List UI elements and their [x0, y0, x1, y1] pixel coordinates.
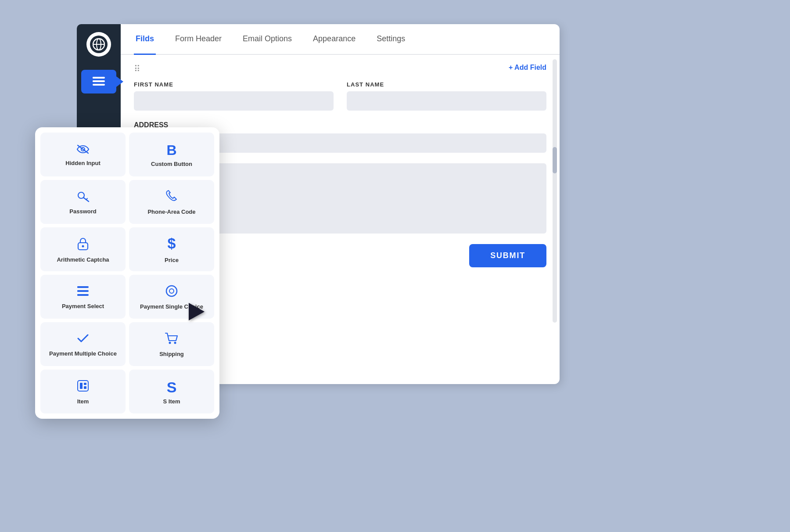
picker-label-phone-area-code: Phone-Area Code	[147, 208, 195, 216]
field-picker: Hidden Input B Custom Button Password Ph…	[35, 127, 219, 419]
picker-label-shipping: Shipping	[159, 351, 184, 358]
picker-label-password: Password	[69, 208, 96, 216]
svg-line-12	[86, 198, 87, 200]
picker-label-hidden-input: Hidden Input	[65, 160, 100, 167]
picker-item-phone-area-code[interactable]: Phone-Area Code	[129, 180, 214, 224]
picker-item-password[interactable]: Password	[40, 180, 126, 224]
name-row: FIRST NAME LAST NAME	[134, 81, 546, 111]
check-icon	[76, 332, 90, 347]
picker-label-payment-select: Payment Select	[62, 303, 104, 310]
bold-b-icon: B	[166, 143, 176, 157]
phone-icon	[165, 190, 178, 205]
picker-label-payment-multiple-choice: Payment Multiple Choice	[49, 350, 117, 358]
last-name-input[interactable]	[347, 91, 546, 111]
picker-item-s-item[interactable]: S S Item	[129, 370, 214, 413]
svg-rect-27	[80, 383, 83, 389]
scrollbar-thumb[interactable]	[553, 147, 557, 173]
scrollbar-track[interactable]	[553, 59, 557, 323]
cart-icon	[165, 332, 179, 347]
tab-email-options[interactable]: Email Options	[241, 24, 294, 55]
first-name-input[interactable]	[134, 91, 334, 111]
svg-point-25	[174, 342, 176, 344]
first-name-field: FIRST NAME	[134, 81, 334, 111]
eye-slash-icon	[76, 144, 90, 156]
svg-rect-5	[93, 84, 105, 86]
mouse-cursor	[189, 303, 205, 320]
svg-point-14	[82, 245, 84, 248]
svg-rect-21	[77, 294, 82, 296]
svg-rect-28	[84, 383, 86, 385]
lock-icon	[77, 237, 89, 253]
svg-rect-26	[78, 381, 88, 391]
key-icon	[76, 190, 90, 205]
picker-item-tag[interactable]: Item	[40, 370, 126, 413]
tab-appearance[interactable]: Appearance	[311, 24, 357, 55]
svg-rect-29	[84, 386, 86, 389]
picker-item-hidden-input[interactable]: Hidden Input	[40, 133, 126, 176]
tabs-bar: Filds Form Header Email Options Appearan…	[121, 24, 560, 55]
svg-rect-6	[93, 77, 98, 79]
circle-icon	[165, 284, 178, 300]
drag-handle[interactable]: ⠿	[134, 64, 546, 74]
submit-button[interactable]: SUBMIT	[469, 244, 546, 267]
s-letter-icon: S	[167, 380, 177, 395]
picker-label-arithmetic-captcha: Arithmetic Captcha	[57, 256, 109, 264]
svg-point-23	[169, 289, 174, 293]
picker-label-tag: Item	[77, 398, 89, 406]
tab-settings[interactable]: Settings	[375, 24, 407, 55]
picker-item-arithmetic-captcha[interactable]: Arithmetic Captcha	[40, 227, 126, 271]
picker-item-payment-multiple-choice[interactable]: Payment Multiple Choice	[40, 322, 126, 366]
dollar-icon: $	[166, 236, 177, 253]
svg-point-22	[166, 286, 177, 296]
picker-label-s-item: S Item	[163, 398, 180, 406]
svg-text:$: $	[168, 236, 176, 251]
picker-label-price: Price	[165, 257, 179, 264]
tag-icon	[76, 379, 90, 395]
sidebar-item-posts[interactable]	[81, 70, 116, 93]
picker-item-custom-button[interactable]: B Custom Button	[129, 133, 214, 176]
picker-label-custom-button: Custom Button	[151, 161, 192, 168]
last-name-label: LAST NAME	[347, 81, 546, 88]
picker-item-shipping[interactable]: Shipping	[129, 322, 214, 366]
last-name-field: LAST NAME	[347, 81, 546, 111]
tab-form-header[interactable]: Form Header	[173, 24, 223, 55]
wp-logo	[86, 32, 111, 57]
svg-point-24	[169, 342, 171, 344]
svg-rect-7	[93, 80, 98, 82]
picker-item-payment-select[interactable]: Payment Select	[40, 275, 126, 319]
tab-filds[interactable]: Filds	[134, 24, 156, 55]
list-icon	[76, 285, 90, 299]
svg-rect-20	[77, 290, 82, 292]
svg-rect-19	[77, 286, 82, 288]
add-field-button[interactable]: + Add Field	[509, 64, 546, 72]
first-name-label: FIRST NAME	[134, 81, 334, 88]
wp-logo-icon	[90, 36, 108, 53]
picker-item-price[interactable]: $ Price	[129, 227, 214, 271]
